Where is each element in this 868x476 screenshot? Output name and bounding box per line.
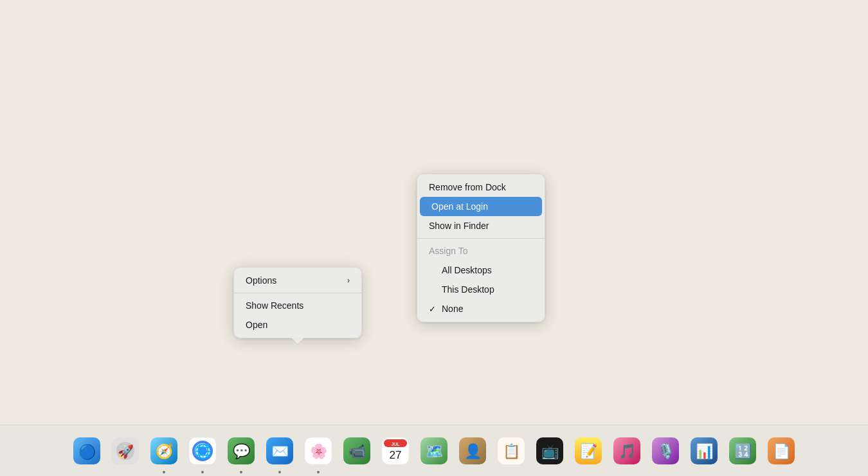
this-desktop-item[interactable]: This Desktop [417,280,545,299]
open-label: Open [246,320,267,330]
dock-item-pages[interactable]: 📄 [764,434,799,468]
dock-item-messages[interactable]: 💬 [224,434,258,468]
remove-from-dock-label: Remove from Dock [429,182,506,192]
all-desktops-item[interactable]: All Desktops [417,261,545,280]
open-at-login-item[interactable]: Open at Login [420,197,542,216]
podcasts-icon: 🎙️ [652,437,679,464]
dock-item-calendar[interactable]: JUL 27 [378,434,413,468]
none-item[interactable]: ✓ None [417,299,545,318]
dock-item-safari[interactable]: 🧭 [147,434,181,468]
dock-item-contacts[interactable]: 👤 [455,434,490,468]
dock-dot-mail [278,471,281,473]
dock-item-numbers[interactable]: 🔢 [725,434,760,468]
this-desktop-check [429,285,439,295]
pages-icon: 📄 [768,437,795,464]
chrome-icon: 🌐 [189,437,216,464]
svg-text:📄: 📄 [773,443,791,460]
dock-item-reminders[interactable]: 📋 [494,434,529,468]
dock-item-notes[interactable]: 📝 [571,434,606,468]
dock-item-maps[interactable]: 🗺️ [417,434,451,468]
dock-item-facetime[interactable]: 📹 [339,434,374,468]
svg-text:✉️: ✉️ [271,443,289,460]
svg-text:📋: 📋 [503,443,521,460]
svg-text:🗺️: 🗺️ [426,443,444,460]
show-recents-menu-item[interactable]: Show Recents [234,296,361,315]
this-desktop-label: This Desktop [442,284,494,295]
assign-to-header: Assign To [417,241,545,261]
dock-item-photos[interactable]: 🌸 [301,434,336,468]
menu-separator-2 [417,238,545,239]
none-check: ✓ [429,304,439,314]
options-context-menu: Options › Show Recents Open [233,267,362,338]
desktop: Options › Show Recents Open Remove from … [0,0,868,425]
remove-from-dock-item[interactable]: Remove from Dock [417,178,545,197]
svg-text:💬: 💬 [233,443,251,460]
dock-item-appletv[interactable]: 📺 [532,434,567,468]
svg-text:🔢: 🔢 [734,443,752,460]
svg-text:👤: 👤 [464,443,482,460]
options-menu-item[interactable]: Options › [234,271,361,290]
options-label: Options [246,275,276,286]
mail-icon: ✉️ [266,437,293,464]
options-submenu: Remove from Dock Open at Login Show in F… [417,174,545,322]
dock-item-keynote[interactable]: 📊 [687,434,721,468]
svg-text:JUL: JUL [391,442,400,446]
photos-icon: 🌸 [305,437,332,464]
all-desktops-check [429,266,439,275]
messages-icon: 💬 [228,437,255,464]
svg-text:🔵: 🔵 [78,443,96,461]
dock-item-music[interactable]: 🎵 [610,434,644,468]
dock-item-chrome[interactable]: 🌐 [185,434,220,468]
music-icon: 🎵 [613,437,640,464]
menu-separator [234,293,361,293]
dock-dot-chrome [201,471,204,473]
svg-text:🚀: 🚀 [118,444,134,459]
show-recents-label: Show Recents [246,300,303,311]
svg-text:🌐: 🌐 [194,443,212,460]
notes-icon: 📝 [575,437,602,464]
assign-to-label: Assign To [429,246,467,256]
facetime-icon: 📹 [343,437,370,464]
finder-icon: 🔵 [73,437,100,464]
dock-item-launchpad[interactable]: 🚀 [108,434,143,468]
contacts-icon: 👤 [459,437,486,464]
safari-icon: 🧭 [150,437,177,464]
dock-dot-photos [317,471,320,473]
svg-text:🎙️: 🎙️ [657,443,675,460]
maps-icon: 🗺️ [420,437,448,464]
dock-item-mail[interactable]: ✉️ [262,434,297,468]
numbers-icon: 🔢 [729,437,756,464]
dock-dot-safari [163,471,165,473]
launchpad-icon: 🚀 [112,437,139,464]
open-at-login-label: Open at Login [431,201,488,212]
show-in-finder-label: Show in Finder [429,221,489,231]
keynote-icon: 📊 [691,437,718,464]
svg-text:📹: 📹 [348,443,366,460]
svg-text:27: 27 [390,449,402,461]
reminders-icon: 📋 [498,437,525,464]
svg-text:📊: 📊 [696,443,714,460]
callout-tail [291,338,304,344]
none-label: None [442,304,463,314]
submenu-arrow-icon: › [347,276,350,285]
all-desktops-label: All Desktops [442,265,492,275]
dock-item-finder[interactable]: 🔵 [69,434,104,468]
svg-text:🧭: 🧭 [156,443,174,460]
open-menu-item[interactable]: Open [234,315,361,334]
appletv-icon: 📺 [536,437,563,464]
show-in-finder-item[interactable]: Show in Finder [417,216,545,235]
dock-item-podcasts[interactable]: 🎙️ [648,434,683,468]
dock: 🔵 🚀 🧭 🌐 [0,425,868,476]
svg-text:🎵: 🎵 [619,443,637,460]
svg-text:🌸: 🌸 [310,443,328,460]
calendar-icon: JUL 27 [382,437,409,464]
dock-dot-messages [240,471,242,473]
svg-text:📺: 📺 [541,443,559,460]
svg-text:📝: 📝 [580,443,598,460]
